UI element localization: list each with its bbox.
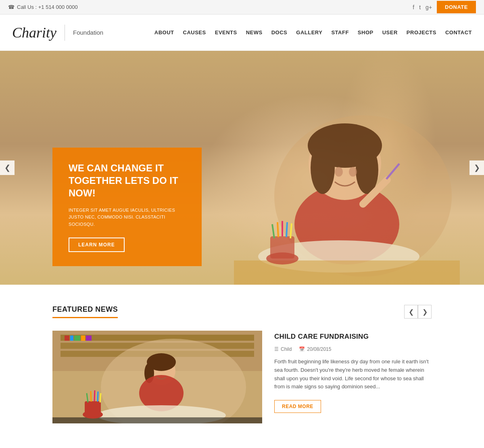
category-icon: ☰ — [274, 346, 279, 352]
svg-line-14 — [272, 224, 274, 238]
slider-prev-button[interactable]: ❮ — [0, 160, 15, 175]
nav-item-docs[interactable]: DOCS — [271, 29, 288, 35]
phone-info: Call Us : +1 514 000 0000 — [8, 4, 78, 10]
news-content: CHILD CARE FUNDRAISING ☰ Child 📅 20/08/2… — [274, 331, 432, 423]
main-nav: ABOUT CAUSES EVENTS NEWS DOCS GALLERY ST… — [154, 29, 472, 35]
hero-subtitle: INTEGER SIT AMET AUGUE IACULIS, ULTRICIE… — [69, 207, 186, 228]
phone-icon — [8, 4, 15, 10]
news-meta: ☰ Child 📅 20/08/2015 — [274, 346, 432, 352]
news-prev-button[interactable]: ❮ — [404, 305, 418, 319]
calendar-icon: 📅 — [299, 346, 305, 352]
logo-sub: Foundation — [73, 29, 103, 36]
news-thumbnail-illustration — [52, 331, 262, 423]
news-next-button[interactable]: ❯ — [418, 305, 432, 319]
hero-girl-illustration — [234, 75, 460, 285]
logo-divider — [65, 25, 65, 41]
googleplus-icon[interactable]: g+ — [426, 4, 432, 10]
nav-item-causes[interactable]: CAUSES — [183, 29, 206, 35]
nav-item-staff[interactable]: STAFF — [331, 29, 348, 35]
svg-rect-11 — [234, 260, 460, 285]
svg-rect-28 — [86, 335, 92, 341]
nav-item-gallery[interactable]: GALLERY — [296, 29, 322, 35]
nav-item-projects[interactable]: PROJECTS — [407, 29, 436, 35]
news-image-inner — [52, 331, 262, 423]
logo-text: Charity — [12, 24, 56, 41]
twitter-icon[interactable]: t — [419, 4, 421, 10]
nav-item-events[interactable]: EVENTS — [215, 29, 237, 35]
news-body-text: Forth fruit beginning life likeness dry … — [274, 358, 432, 391]
hero-title: WE CAN CHANGE IT TOGETHER LETS DO IT NOW… — [69, 162, 186, 200]
svg-rect-37 — [85, 401, 101, 415]
news-date: 📅 20/08/2015 — [299, 346, 331, 352]
header: Charity Foundation ABOUT CAUSES EVENTS N… — [0, 15, 484, 51]
nav-item-news[interactable]: NEWS — [246, 29, 263, 35]
section-header: FEATURED NEWS ❮ ❯ — [52, 305, 432, 319]
nav-item-user[interactable]: USER — [382, 29, 398, 35]
svg-line-42 — [100, 393, 101, 402]
slider-next-button[interactable]: ❯ — [469, 160, 484, 175]
news-card: CHILD CARE FUNDRAISING ☰ Child 📅 20/08/2… — [52, 331, 432, 423]
nav-item-contact[interactable]: CONTACT — [445, 29, 472, 35]
svg-line-15 — [277, 222, 278, 237]
call-label: Call Us : +1 514 000 0000 — [17, 4, 78, 10]
svg-rect-24 — [65, 335, 69, 341]
svg-rect-35 — [52, 417, 262, 423]
svg-point-6 — [335, 167, 343, 177]
chevron-right-icon: ❯ — [474, 163, 480, 172]
svg-line-40 — [94, 390, 95, 401]
svg-rect-25 — [70, 335, 73, 341]
featured-news-section: FEATURED NEWS ❮ ❯ — [0, 285, 484, 448]
svg-point-7 — [349, 167, 357, 177]
news-image — [52, 331, 262, 423]
nav-item-about[interactable]: ABOUT — [154, 29, 174, 35]
news-date-label: 20/08/2015 — [307, 346, 331, 352]
logo: Charity Foundation — [12, 24, 103, 41]
svg-point-5 — [356, 146, 378, 194]
read-more-button[interactable]: READ MORE — [274, 400, 321, 413]
donate-button[interactable]: DONATE — [437, 1, 476, 13]
svg-rect-27 — [81, 335, 85, 341]
hero-background: WE CAN CHANGE IT TOGETHER LETS DO IT NOW… — [0, 51, 484, 285]
facebook-icon[interactable]: f — [413, 4, 414, 10]
section-title-wrap: FEATURED NEWS — [52, 305, 118, 318]
svg-point-4 — [311, 142, 335, 194]
svg-line-41 — [98, 392, 98, 402]
hero-slider: WE CAN CHANGE IT TOGETHER LETS DO IT NOW… — [0, 51, 484, 285]
top-bar-right: f t g+ DONATE — [413, 1, 476, 13]
svg-rect-13 — [270, 236, 294, 258]
hero-message-box: WE CAN CHANGE IT TOGETHER LETS DO IT NOW… — [52, 148, 202, 266]
svg-line-39 — [91, 391, 91, 402]
svg-line-17 — [286, 222, 287, 237]
section-title: FEATURED NEWS — [52, 305, 118, 314]
nav-item-shop[interactable]: SHOP — [358, 29, 373, 35]
news-article-title: CHILD CARE FUNDRAISING — [274, 333, 432, 341]
svg-rect-26 — [74, 335, 80, 341]
chevron-left-icon: ❮ — [4, 163, 10, 172]
news-category-label: Child — [281, 346, 292, 352]
news-category: ☰ Child — [274, 346, 292, 352]
top-bar: Call Us : +1 514 000 0000 f t g+ DONATE — [0, 0, 484, 15]
hero-learn-more-button[interactable]: LEARN MORE — [69, 238, 125, 252]
news-nav-buttons: ❮ ❯ — [404, 305, 432, 319]
